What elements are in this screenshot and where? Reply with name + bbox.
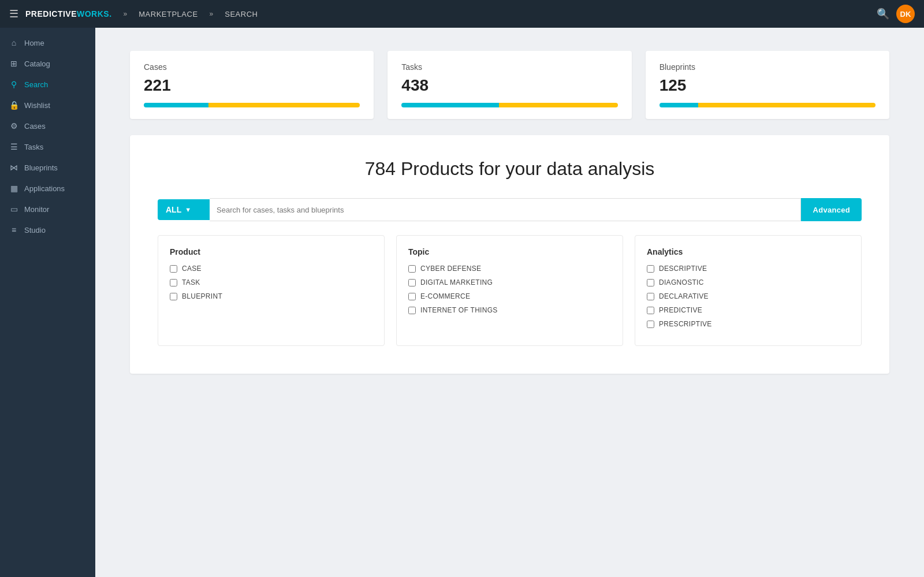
tasks-bar-teal xyxy=(401,103,498,107)
sidebar-label-catalog: Catalog xyxy=(24,59,50,68)
sidebar-label-studio: Studio xyxy=(24,226,46,234)
app-body: ⌂ Home ⊞ Catalog ⚲ Search 🔒 Wishlist ⚙ C… xyxy=(0,28,924,577)
navbar-right: 🔍 DK xyxy=(877,5,915,23)
label-predictive: PREDICTIVE xyxy=(659,306,702,314)
sidebar-label-search: Search xyxy=(24,80,48,89)
blueprints-title: Blueprints xyxy=(660,62,875,72)
label-cyber-defense: CYBER DEFENSE xyxy=(420,265,481,273)
checkbox-blueprint[interactable] xyxy=(170,293,177,300)
filter-option-descriptive[interactable]: DESCRIPTIVE xyxy=(647,265,850,273)
monitor-icon: ▭ xyxy=(9,204,18,214)
sidebar-item-tasks[interactable]: ☰ Tasks xyxy=(0,136,95,157)
sidebar-item-catalog[interactable]: ⊞ Catalog xyxy=(0,53,95,74)
sidebar: ⌂ Home ⊞ Catalog ⚲ Search 🔒 Wishlist ⚙ C… xyxy=(0,28,95,577)
sidebar-item-blueprints[interactable]: ⋈ Blueprints xyxy=(0,157,95,178)
tasks-stat-card: Tasks 438 xyxy=(388,51,631,119)
breadcrumb-search[interactable]: SEARCH xyxy=(225,10,258,18)
sidebar-label-monitor: Monitor xyxy=(24,205,49,214)
sidebar-label-wishlist: Wishlist xyxy=(24,101,50,110)
blueprints-bar xyxy=(660,103,875,107)
filter-topic-title: Topic xyxy=(408,247,611,256)
wishlist-icon: 🔒 xyxy=(9,100,18,110)
checkbox-descriptive[interactable] xyxy=(647,265,654,273)
main-content: Cases 221 Tasks 438 Blueprints 125 xyxy=(95,28,924,577)
checkbox-declarative[interactable] xyxy=(647,293,654,300)
sidebar-label-home: Home xyxy=(24,39,44,47)
breadcrumb-marketplace[interactable]: MARKETPLACE xyxy=(139,10,198,18)
sidebar-label-applications: Applications xyxy=(24,184,65,193)
label-blueprint: BLUEPRINT xyxy=(182,292,222,300)
sidebar-item-wishlist[interactable]: 🔒 Wishlist xyxy=(0,95,95,116)
checkbox-predictive[interactable] xyxy=(647,307,654,314)
blueprints-icon: ⋈ xyxy=(9,163,18,172)
sidebar-item-studio[interactable]: ≡ Studio xyxy=(0,219,95,240)
filter-option-iot[interactable]: INTERNET OF THINGS xyxy=(408,306,611,314)
filter-topic: Topic CYBER DEFENSE DIGITAL MARKETING E-… xyxy=(396,235,623,346)
sidebar-item-home[interactable]: ⌂ Home xyxy=(0,32,95,53)
filter-option-digital-marketing[interactable]: DIGITAL MARKETING xyxy=(408,278,611,286)
home-icon: ⌂ xyxy=(9,38,18,47)
panel-title: 784 Products for your data analysis xyxy=(158,158,862,180)
sidebar-label-cases: Cases xyxy=(24,122,46,131)
cases-bar xyxy=(144,103,360,107)
cases-bar-yellow xyxy=(208,103,360,107)
label-case: CASE xyxy=(182,265,202,273)
cases-icon: ⚙ xyxy=(9,121,18,131)
filter-option-task[interactable]: TASK xyxy=(170,278,372,286)
checkbox-ecommerce[interactable] xyxy=(408,293,416,300)
search-panel: 784 Products for your data analysis ALL … xyxy=(130,135,889,374)
checkbox-case[interactable] xyxy=(170,265,177,273)
tasks-bar-yellow xyxy=(499,103,618,107)
cases-title: Cases xyxy=(144,62,360,72)
checkbox-prescriptive[interactable] xyxy=(647,321,654,328)
applications-icon: ▦ xyxy=(9,184,18,193)
filter-analytics: Analytics DESCRIPTIVE DIAGNOSTIC DECLARA… xyxy=(635,235,862,346)
checkbox-task[interactable] xyxy=(170,279,177,286)
stats-row: Cases 221 Tasks 438 Blueprints 125 xyxy=(130,51,889,119)
filter-option-predictive[interactable]: PREDICTIVE xyxy=(647,306,850,314)
advanced-button[interactable]: Advanced xyxy=(801,198,862,221)
blueprints-bar-teal xyxy=(660,103,698,107)
filter-option-case[interactable]: CASE xyxy=(170,265,372,273)
studio-icon: ≡ xyxy=(9,225,18,234)
sidebar-item-monitor[interactable]: ▭ Monitor xyxy=(0,199,95,219)
search-input-wrapper xyxy=(210,198,801,221)
brand: PREDICTIVE WORKS. xyxy=(25,9,112,18)
label-declarative: DECLARATIVE xyxy=(659,292,709,300)
catalog-icon: ⊞ xyxy=(9,59,18,68)
breadcrumb-sep-2: » xyxy=(210,10,214,18)
navbar-left: ☰ PREDICTIVE WORKS. » MARKETPLACE » SEAR… xyxy=(9,8,258,20)
checkbox-cyber-defense[interactable] xyxy=(408,265,416,273)
breadcrumb-sep-1: » xyxy=(124,10,128,18)
blueprints-bar-yellow xyxy=(698,103,875,107)
filter-option-cyber-defense[interactable]: CYBER DEFENSE xyxy=(408,265,611,273)
filter-product: Product CASE TASK BLUEPRINT xyxy=(158,235,385,346)
filters-row: Product CASE TASK BLUEPRINT xyxy=(158,235,862,346)
filter-option-ecommerce[interactable]: E-COMMERCE xyxy=(408,292,611,300)
blueprints-stat-card: Blueprints 125 xyxy=(646,51,889,119)
chevron-down-icon: ▼ xyxy=(185,206,191,213)
search-icon[interactable]: 🔍 xyxy=(877,8,889,20)
brand-works: WORKS. xyxy=(77,9,112,18)
hamburger-icon[interactable]: ☰ xyxy=(9,8,18,20)
label-task: TASK xyxy=(182,278,200,286)
select-label: ALL xyxy=(166,205,181,214)
checkbox-iot[interactable] xyxy=(408,307,416,314)
avatar[interactable]: DK xyxy=(896,5,915,23)
label-ecommerce: E-COMMERCE xyxy=(420,292,470,300)
label-diagnostic: DIAGNOSTIC xyxy=(659,278,704,286)
search-input[interactable] xyxy=(217,206,793,214)
sidebar-item-search[interactable]: ⚲ Search xyxy=(0,74,95,95)
sidebar-item-applications[interactable]: ▦ Applications xyxy=(0,178,95,199)
brand-predictive: PREDICTIVE xyxy=(25,9,77,18)
filter-option-prescriptive[interactable]: PRESCRIPTIVE xyxy=(647,320,850,328)
cases-count: 221 xyxy=(144,76,360,95)
filter-option-declarative[interactable]: DECLARATIVE xyxy=(647,292,850,300)
checkbox-digital-marketing[interactable] xyxy=(408,279,416,286)
search-type-selector[interactable]: ALL ▼ xyxy=(158,199,210,220)
filter-analytics-title: Analytics xyxy=(647,247,850,256)
checkbox-diagnostic[interactable] xyxy=(647,279,654,286)
filter-option-diagnostic[interactable]: DIAGNOSTIC xyxy=(647,278,850,286)
sidebar-item-cases[interactable]: ⚙ Cases xyxy=(0,116,95,136)
filter-option-blueprint[interactable]: BLUEPRINT xyxy=(170,292,372,300)
